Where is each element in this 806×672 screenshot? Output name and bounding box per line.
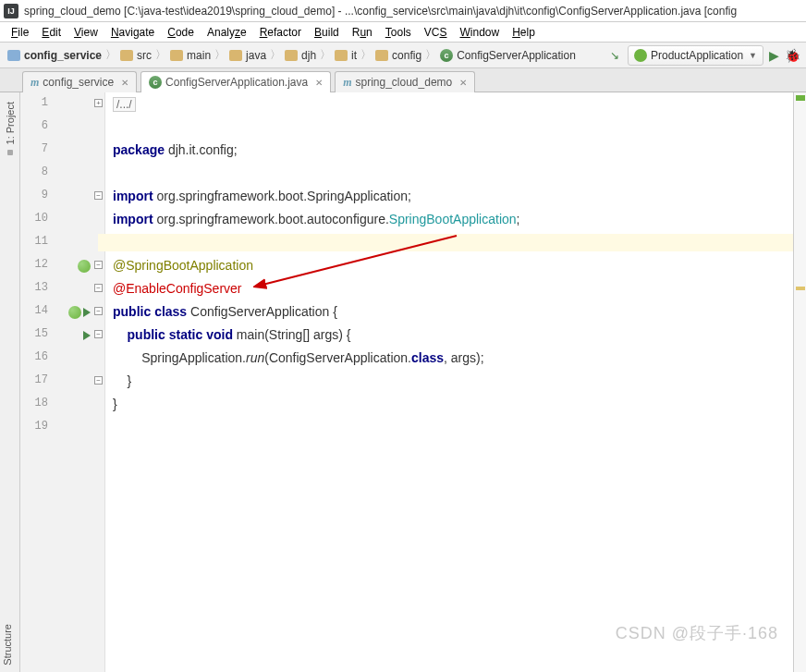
close-icon[interactable]: ✕ bbox=[121, 78, 128, 88]
tab-config-service[interactable]: m config_service ✕ bbox=[22, 71, 137, 92]
close-icon[interactable]: ✕ bbox=[315, 78, 323, 88]
editor-tabs: m config_service ✕ c ConfigServerApplica… bbox=[0, 68, 806, 92]
menu-tools[interactable]: Tools bbox=[380, 24, 417, 41]
menu-vcs[interactable]: VCS bbox=[419, 24, 453, 41]
menu-analyze[interactable]: Analyze bbox=[202, 24, 252, 41]
crumb-java[interactable]: java bbox=[227, 49, 268, 62]
folder-icon bbox=[375, 50, 388, 61]
line-number: 12 bbox=[20, 258, 48, 271]
run-main-gutter-icon[interactable] bbox=[57, 327, 94, 344]
code-content[interactable]: /.../ package djh.it.config; import org.… bbox=[105, 92, 806, 672]
title-bar: IJ spring_cloud_demo [C:\java-test\idea2… bbox=[0, 0, 806, 22]
line-number: 8 bbox=[20, 165, 48, 178]
line-number: 6 bbox=[20, 119, 48, 132]
line-number: 10 bbox=[20, 212, 48, 225]
line-number: 14 bbox=[20, 304, 48, 317]
folder-icon bbox=[229, 50, 242, 61]
toolbar-right: ↘ ProductApplication ▼ ▶ 🐞 bbox=[607, 45, 800, 66]
crumb-main[interactable]: main bbox=[168, 49, 213, 62]
line-number: 11 bbox=[20, 235, 48, 248]
chevron-down-icon: ▼ bbox=[749, 51, 757, 60]
folder-icon bbox=[120, 50, 133, 61]
tool-project[interactable]: 1: Project bbox=[5, 102, 16, 144]
code-editor[interactable]: 1 6 7 8 9 10 11 12 13 14 15 16 17 18 19 … bbox=[20, 92, 806, 672]
intellij-icon: IJ bbox=[4, 4, 18, 18]
line-number: 18 bbox=[20, 397, 48, 409]
line-number: 17 bbox=[20, 373, 48, 386]
spring-icon bbox=[634, 49, 647, 62]
line-number: 13 bbox=[20, 281, 48, 294]
debug-icon[interactable]: 🐞 bbox=[785, 48, 800, 63]
fold-toggle-icon[interactable]: + bbox=[94, 99, 103, 107]
highlighted-line bbox=[98, 234, 806, 251]
tool-structure[interactable]: Structure bbox=[2, 624, 13, 666]
menu-help[interactable]: Help bbox=[507, 24, 541, 41]
spring-bean-gutter-icon[interactable] bbox=[57, 258, 94, 275]
class-icon: c bbox=[149, 76, 162, 89]
tool-separator bbox=[7, 150, 13, 155]
editor-area: 1: Project 1 6 7 8 9 10 11 12 13 14 15 1… bbox=[0, 92, 806, 672]
line-number: 16 bbox=[20, 350, 48, 363]
close-icon[interactable]: ✕ bbox=[459, 78, 467, 88]
folded-region[interactable]: /.../ bbox=[113, 97, 136, 112]
maven-icon: m bbox=[31, 76, 39, 90]
right-error-stripe[interactable] bbox=[793, 92, 806, 672]
fold-toggle-icon[interactable]: − bbox=[94, 284, 103, 292]
line-number: 9 bbox=[20, 189, 48, 202]
line-number: 19 bbox=[20, 420, 48, 433]
fold-toggle-icon[interactable]: − bbox=[94, 376, 103, 385]
breadcrumbs: config_service〉 src〉 main〉 java〉 djh〉 it… bbox=[6, 47, 607, 63]
run-icon[interactable]: ▶ bbox=[769, 48, 779, 63]
menu-view[interactable]: View bbox=[68, 24, 104, 41]
line-number: 15 bbox=[20, 327, 48, 340]
window-title: spring_cloud_demo [C:\java-test\idea2019… bbox=[24, 5, 737, 18]
navigation-bar: config_service〉 src〉 main〉 java〉 djh〉 it… bbox=[0, 43, 806, 68]
maven-icon: m bbox=[343, 76, 351, 90]
folder-icon bbox=[170, 50, 183, 61]
left-tool-strip: 1: Project bbox=[0, 92, 20, 672]
fold-toggle-icon[interactable]: − bbox=[94, 261, 103, 269]
crumb-class[interactable]: cConfigServerApplication bbox=[438, 49, 578, 62]
fold-toggle-icon[interactable]: − bbox=[94, 330, 103, 338]
class-icon: c bbox=[440, 49, 453, 62]
status-ok-marker bbox=[796, 95, 805, 101]
menu-edit[interactable]: Edit bbox=[36, 24, 67, 41]
module-icon bbox=[7, 50, 20, 61]
gutter: 1 6 7 8 9 10 11 12 13 14 15 16 17 18 19 … bbox=[20, 92, 105, 672]
menu-file[interactable]: File bbox=[6, 24, 34, 41]
warning-marker[interactable] bbox=[796, 287, 805, 290]
run-class-gutter-icon[interactable] bbox=[57, 304, 94, 321]
crumb-djh[interactable]: djh bbox=[283, 49, 318, 62]
crumb-module[interactable]: config_service bbox=[6, 49, 104, 62]
fold-toggle-icon[interactable]: − bbox=[94, 307, 103, 315]
tab-spring-cloud-demo[interactable]: m spring_cloud_demo ✕ bbox=[335, 71, 475, 92]
menu-run[interactable]: Run bbox=[347, 24, 378, 41]
crumb-it[interactable]: it bbox=[333, 49, 359, 62]
menu-navigate[interactable]: Navigate bbox=[105, 24, 160, 41]
run-configuration-dropdown[interactable]: ProductApplication ▼ bbox=[628, 45, 763, 66]
line-number: 7 bbox=[20, 142, 48, 155]
menu-window[interactable]: Window bbox=[454, 24, 505, 41]
crumb-config[interactable]: config bbox=[373, 49, 423, 62]
tab-config-server-application[interactable]: c ConfigServerApplication.java ✕ bbox=[140, 71, 331, 92]
menu-code[interactable]: Code bbox=[162, 24, 200, 41]
line-number: 1 bbox=[20, 96, 48, 109]
build-icon[interactable]: ↘ bbox=[607, 48, 622, 63]
menu-bar: File Edit View Navigate Code Analyze Ref… bbox=[0, 22, 806, 43]
fold-toggle-icon[interactable]: − bbox=[94, 191, 103, 200]
crumb-src[interactable]: src bbox=[118, 49, 153, 62]
run-config-label: ProductApplication bbox=[651, 49, 743, 62]
folder-icon bbox=[335, 50, 348, 61]
folder-icon bbox=[285, 50, 298, 61]
menu-refactor[interactable]: Refactor bbox=[254, 24, 307, 41]
menu-build[interactable]: Build bbox=[309, 24, 345, 41]
